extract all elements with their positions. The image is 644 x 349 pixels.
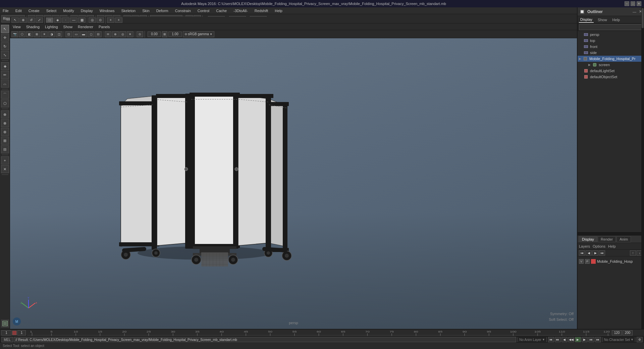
menu-file[interactable]: File xyxy=(1,8,10,13)
shadow-btn[interactable]: ◑ xyxy=(48,31,55,37)
vertex-mode-btn[interactable]: · xyxy=(62,17,69,23)
transport-play-back-btn[interactable]: ◀◀ xyxy=(568,337,574,342)
tree-item-mobile-group[interactable]: ▶ Mobile_Folding_Hospital_Pr xyxy=(578,56,644,62)
tree-item-default-object-set[interactable]: defaultObjectSet xyxy=(578,74,644,80)
grid-btn[interactable]: ⊡ xyxy=(65,31,72,37)
curve-tool[interactable]: ⌒ xyxy=(1,91,9,99)
mesh-tool[interactable]: ⬡ xyxy=(1,99,9,107)
menu-skeleton[interactable]: Skeleton xyxy=(120,8,137,13)
show-menu[interactable]: Show xyxy=(62,24,74,29)
total-range-input[interactable] xyxy=(623,330,633,336)
transport-play-btn[interactable]: ▶ xyxy=(575,337,581,342)
menu-skin[interactable]: Skin xyxy=(141,8,151,13)
color-mode-btn[interactable]: ⊞ xyxy=(162,31,167,37)
close-button[interactable]: ✕ xyxy=(637,1,641,6)
rigging-tool-2[interactable]: ⊗ xyxy=(1,119,9,127)
rotate-mode-btn[interactable]: ↺ xyxy=(28,17,35,23)
menu-create[interactable]: Create xyxy=(27,8,41,13)
lighting-menu[interactable]: Lighting xyxy=(44,24,59,29)
light-btn[interactable]: ☀ xyxy=(41,31,48,37)
shading-menu[interactable]: Shading xyxy=(25,24,41,29)
nav-prev-btn[interactable]: ◀ xyxy=(586,250,592,256)
layer-color-swatch[interactable] xyxy=(591,259,596,264)
layer-visibility-toggle[interactable]: V xyxy=(579,259,584,264)
edge-mode-btn[interactable]: — xyxy=(70,17,77,23)
scale-mode-btn[interactable]: ⤢ xyxy=(36,17,43,23)
xray-btn[interactable]: ◫ xyxy=(56,31,62,37)
nav-sort-asc-btn[interactable]: ↑ xyxy=(630,250,636,256)
menu-select[interactable]: Select xyxy=(45,8,58,13)
menu-cache[interactable]: Cache xyxy=(215,8,228,13)
resolution-gate-btn[interactable]: ▬ xyxy=(80,31,87,37)
current-frame-input[interactable] xyxy=(1,330,11,336)
tree-item-top[interactable]: top xyxy=(578,38,644,44)
move-tool[interactable]: ✛ xyxy=(1,34,9,42)
transport-step-fwd-btn[interactable]: ▶ xyxy=(582,337,588,342)
sel-handle-btn[interactable]: ✕ xyxy=(127,31,133,37)
transport-end-btn[interactable]: ⏭ xyxy=(595,337,601,342)
srgb-display[interactable]: ⊛ sRGB gamma ▼ xyxy=(183,31,214,37)
pivot-vis-btn[interactable]: ◎ xyxy=(119,31,126,37)
settings-btn[interactable]: ⚙ xyxy=(637,337,643,342)
nav-last-btn[interactable]: ⏭ xyxy=(599,250,605,256)
transform-tool-1[interactable]: + xyxy=(1,156,9,164)
translate-mode-btn[interactable]: ⊕ xyxy=(19,17,27,23)
select-mode-btn[interactable]: ↖ xyxy=(11,17,19,23)
snap-btn2[interactable]: + xyxy=(115,17,122,23)
menu-display[interactable]: Display xyxy=(79,8,94,13)
transform-tool-2[interactable]: ✕ xyxy=(1,165,9,173)
minimize-button[interactable]: – xyxy=(625,1,629,6)
tab-display[interactable]: Display xyxy=(579,17,594,23)
manip-btn[interactable]: ⊕ xyxy=(112,31,119,37)
object-mode-btn[interactable]: □ xyxy=(46,17,53,23)
end-range-input[interactable] xyxy=(612,330,622,336)
nav-first-btn[interactable]: ⏮ xyxy=(579,250,585,256)
panels-menu[interactable]: Panels xyxy=(97,24,111,29)
pivot-btn[interactable]: ◎ xyxy=(89,17,96,23)
menu-constrain[interactable]: Constrain xyxy=(174,8,192,13)
tree-item-screen[interactable]: ▶ screen xyxy=(578,62,644,68)
rigging-tool-1[interactable]: ⊕ xyxy=(1,110,9,118)
tab-help[interactable]: Help xyxy=(611,17,622,22)
scale-tool[interactable]: ⤡ xyxy=(1,51,9,59)
component-tool[interactable]: ◈ xyxy=(1,62,9,70)
wireframe-btn[interactable]: ⬡ xyxy=(19,31,25,37)
chan-menu-layers[interactable]: Layers xyxy=(579,244,590,248)
menu-modify[interactable]: Modify xyxy=(62,8,75,13)
transport-next-key-btn[interactable]: ⏭ xyxy=(588,337,594,342)
layer-playback-toggle[interactable]: P xyxy=(585,259,590,264)
tree-item-front[interactable]: front xyxy=(578,44,644,50)
gamma-value-input[interactable] xyxy=(168,32,182,37)
shaded-btn[interactable]: ◧ xyxy=(26,31,33,37)
outliner-min-btn[interactable]: — xyxy=(633,10,636,14)
sculpt-tool[interactable]: ⌓ xyxy=(1,80,9,88)
camera-icon-btn[interactable]: 📷 xyxy=(11,31,18,37)
menu-control[interactable]: Control xyxy=(196,8,211,13)
menu-windows[interactable]: Windows xyxy=(98,8,116,13)
outliner-search-input[interactable] xyxy=(579,24,643,30)
maximize-button[interactable]: □ xyxy=(631,1,635,6)
view-menu[interactable]: View xyxy=(11,24,22,29)
film-gate-btn[interactable]: ▭ xyxy=(73,31,79,37)
outliner-hscroll[interactable] xyxy=(578,232,644,235)
chan-menu-options[interactable]: Options xyxy=(593,244,605,248)
channel-tab-display[interactable]: Display xyxy=(579,236,597,242)
rigging-tool-4[interactable]: ⊞ xyxy=(1,137,9,145)
menu-deform[interactable]: Deform xyxy=(155,8,170,13)
transport-step-back-btn[interactable]: ◀ xyxy=(561,337,568,342)
texture-btn[interactable]: ⊞ xyxy=(34,31,40,37)
channel-tab-anim[interactable]: Anim xyxy=(616,236,631,242)
mel-indicator[interactable]: MEL xyxy=(1,337,13,342)
rigging-tool-5[interactable]: ⊟ xyxy=(1,145,9,153)
paint-tool[interactable]: ✏ xyxy=(1,71,9,79)
color-value-input[interactable] xyxy=(148,32,161,37)
menu-3dtoall[interactable]: -3DtoAll- xyxy=(232,8,249,13)
renderer-menu[interactable]: Renderer xyxy=(76,24,95,29)
rotate-tool[interactable]: ↻ xyxy=(1,42,9,50)
tree-item-default-light-set[interactable]: defaultLightSet xyxy=(578,68,644,74)
chan-menu-help[interactable]: Help xyxy=(608,244,616,248)
viewport-3d[interactable]: X Z Y M persp Symmetry: Off Soft Select:… xyxy=(10,38,577,329)
face-mode-btn[interactable]: ▦ xyxy=(78,17,86,23)
layer-color-mini[interactable] xyxy=(12,331,17,335)
channel-tab-render[interactable]: Render xyxy=(598,236,616,242)
